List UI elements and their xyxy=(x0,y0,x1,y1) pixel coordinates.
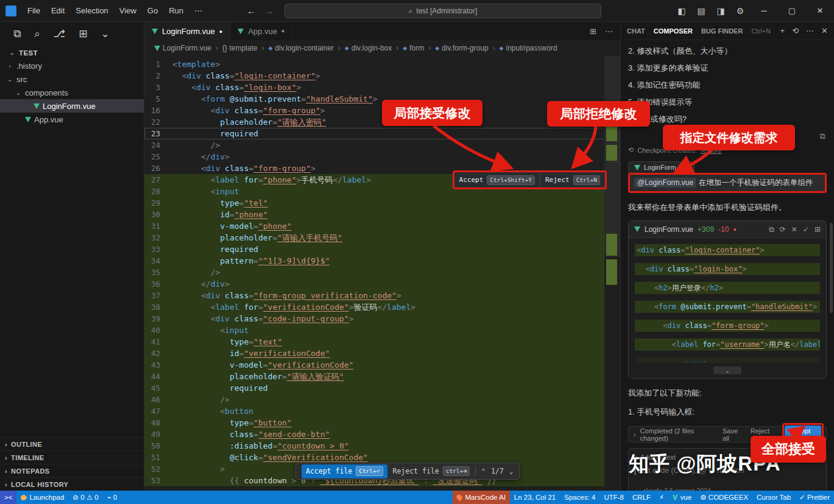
code-line-1[interactable]: 1<template> xyxy=(144,58,620,70)
file-mention[interactable]: @LoginForm.vue xyxy=(634,178,696,187)
prettier[interactable]: ✓ Prettier xyxy=(795,491,834,504)
context-file-chip[interactable]: LoginForm.vue xyxy=(628,161,694,173)
code-line-30[interactable]: 30 id="phone" xyxy=(144,209,620,220)
back-icon[interactable]: ← xyxy=(247,5,256,16)
accept-all-button[interactable]: Accept all xyxy=(785,425,821,444)
code-line-33[interactable]: 33 required xyxy=(144,243,620,255)
code-line-48[interactable]: 48 type="button" xyxy=(144,417,620,429)
section-timeline[interactable]: ›TIMELINE xyxy=(0,450,144,464)
menu-item-run[interactable]: Run xyxy=(163,6,189,15)
remote-indicator[interactable]: >< xyxy=(0,491,16,504)
panel-tab-composer[interactable]: COMPOSER xyxy=(654,27,693,35)
tree-item--history[interactable]: ›.history xyxy=(0,59,144,72)
code-line-36[interactable]: 36 </div> xyxy=(144,278,620,290)
breadcrumb-item[interactable]: ◆div.login-box xyxy=(345,44,392,52)
code-line-47[interactable]: 47 <button xyxy=(144,405,620,417)
chevron-down-icon[interactable]: ⌄ xyxy=(101,27,110,40)
copy-message-icon[interactable]: ⧉ xyxy=(820,131,825,141)
indentation[interactable]: Spaces: 4 xyxy=(560,491,599,504)
copy-icon[interactable]: ⧉ xyxy=(769,225,774,234)
code-line-49[interactable]: 49 class="send-code-btn" xyxy=(144,429,620,440)
code-line-35[interactable]: 35 /> xyxy=(144,267,620,278)
reject-file-button[interactable]: Reject file ctrl+⌫ xyxy=(393,466,470,477)
restore-link[interactable]: restore xyxy=(701,147,721,154)
breadcrumb-item[interactable]: {} template xyxy=(222,44,257,52)
launchpad[interactable]: Launchpad xyxy=(16,491,68,504)
code-line-23[interactable]: 23 required xyxy=(144,128,620,139)
codegeex[interactable]: ⚙ CODEGEEX xyxy=(696,491,752,504)
command-center-search[interactable]: ⌕ test [Administrator] xyxy=(284,4,601,18)
search-icon[interactable]: ⌕ xyxy=(34,28,40,40)
code-line-29[interactable]: 29 type="tel" xyxy=(144,197,620,209)
breadcrumb-item[interactable]: ◆form xyxy=(403,44,424,52)
panel-tab-bug-finder[interactable]: BUG FINDER xyxy=(701,27,743,35)
code-line-2[interactable]: 2 <div class="login-container"> xyxy=(144,70,620,82)
menu-item-selection[interactable]: Selection xyxy=(70,6,113,15)
panel-tab-chat[interactable]: CHAT xyxy=(627,27,645,35)
code-line-41[interactable]: 41 type="text" xyxy=(144,336,620,348)
next-diff-icon[interactable]: ⌄ xyxy=(509,466,514,477)
cursor-tab[interactable]: Cursor Tab xyxy=(752,491,795,504)
toggle-secondary-sidebar-icon[interactable]: ◨ xyxy=(711,0,730,22)
toggle-sidebar-icon[interactable]: ◧ xyxy=(672,0,691,22)
eol[interactable]: CRLF xyxy=(628,491,655,504)
code-line-51[interactable]: 51 @click="sendVerificationCode" xyxy=(144,452,620,463)
code-line-31[interactable]: 31 v-model="phone" xyxy=(144,220,620,232)
split-editor-icon[interactable]: ⊞ xyxy=(590,27,596,36)
section-outline[interactable]: ›OUTLINE xyxy=(0,437,144,450)
ports[interactable]: ⌁ 0 xyxy=(103,491,122,504)
model-selector[interactable]: ⌄ claude-3.5-sonnet-2024... xyxy=(635,487,716,491)
maximize-icon[interactable]: ▢ xyxy=(778,0,806,22)
save-all-button[interactable]: Save all xyxy=(723,427,744,442)
reject-change-button[interactable]: Reject Ctrl+N xyxy=(540,172,605,187)
code-line-38[interactable]: 38 <label for="verificationCode">验证码</la… xyxy=(144,301,620,313)
files-icon[interactable]: ⧉ xyxy=(13,28,21,40)
code-line-37[interactable]: 37 <div class="form-group verification-c… xyxy=(144,290,620,301)
tree-item-src[interactable]: ⌄src xyxy=(0,72,144,86)
tree-item-components[interactable]: ⌄components xyxy=(0,86,144,99)
diff-card-header[interactable]: LoginForm.vue +309 -10 ● ⧉ ⟳ ✕ ✓ ⊞ xyxy=(629,221,826,238)
code-line-25[interactable]: 25 </div> xyxy=(144,151,620,163)
tree-item-loginform-vue[interactable]: LoginForm.vue xyxy=(0,99,144,113)
code-editor[interactable]: 1<template>2 <div class="login-container… xyxy=(144,56,620,491)
code-line-45[interactable]: 45 required xyxy=(144,382,620,394)
accept-file-button[interactable]: Accept file Ctrl+⏎ xyxy=(302,464,387,478)
settings-gear-icon[interactable]: ⚙ xyxy=(730,0,750,22)
code-line-3[interactable]: 3 <div class="login-box"> xyxy=(144,82,620,93)
history-icon[interactable]: ⟲ xyxy=(792,26,799,35)
section-local-history[interactable]: ›LOCAL HISTORY xyxy=(0,477,144,491)
code-line-16[interactable]: 16 <div class="form-group"> xyxy=(144,105,620,116)
panel-scrollbar[interactable] xyxy=(830,223,833,313)
code-line-32[interactable]: 32 placeholder="请输入手机号码" xyxy=(144,232,620,243)
workspace-root[interactable]: ⌄ TEST xyxy=(0,45,144,59)
forward-icon[interactable]: → xyxy=(264,5,274,16)
close-panel-icon[interactable]: ✕ xyxy=(821,26,828,35)
prev-diff-icon[interactable]: ⌃ xyxy=(481,466,486,477)
menu-item-view[interactable]: View xyxy=(114,6,142,15)
discard-icon[interactable]: ✕ xyxy=(791,225,797,234)
new-composer-icon[interactable]: + xyxy=(780,26,785,35)
code-line-40[interactable]: 40 <input xyxy=(144,324,620,336)
tab-app-vue[interactable]: App.vue● xyxy=(230,22,292,40)
breadcrumb-item[interactable]: ◆div.login-container xyxy=(268,44,333,52)
diff-preview[interactable]: <div class="login-container"> <div class… xyxy=(629,238,826,366)
encoding[interactable]: UTF-8 xyxy=(599,491,628,504)
tab-loginform-vue[interactable]: LoginForm.vue● xyxy=(144,22,230,40)
breadcrumb-item[interactable]: ◆input#password xyxy=(500,44,557,52)
menu-item-file[interactable]: File xyxy=(22,6,46,15)
minimize-icon[interactable]: ─ xyxy=(750,0,778,22)
code-line-50[interactable]: 50 :disabled="countdown > 0" xyxy=(144,440,620,452)
power-icon[interactable]: ⚡ xyxy=(655,491,668,504)
apply-icon[interactable]: ✓ xyxy=(803,225,809,234)
refresh-icon[interactable]: ⟳ xyxy=(780,225,786,234)
expand-diff-button[interactable]: ⌄ xyxy=(713,366,741,374)
menu-item-edit[interactable]: Edit xyxy=(46,6,70,15)
code-line-34[interactable]: 34 pattern="^1[3-9]\d{9}$" xyxy=(144,255,620,267)
language-mode[interactable]: Vvue xyxy=(668,491,696,504)
close-icon[interactable]: ✕ xyxy=(806,0,834,22)
breadcrumb-item[interactable]: LoginForm.vue xyxy=(154,44,211,52)
section-notepads[interactable]: ›NOTEPADS xyxy=(0,464,144,477)
breadcrumb-item[interactable]: ◆div.form-group xyxy=(435,44,488,52)
menu-item-[interactable]: ⋯ xyxy=(189,6,208,15)
minimap[interactable] xyxy=(604,56,620,491)
